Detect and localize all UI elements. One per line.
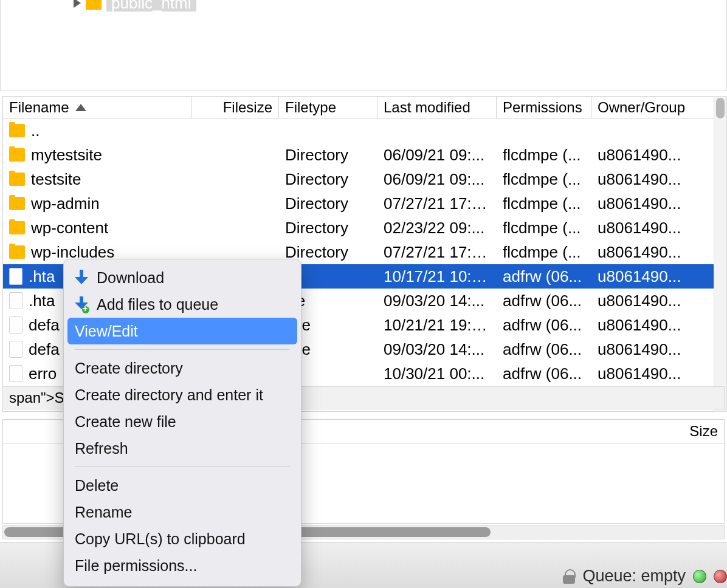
col-filesize-label: Filesize xyxy=(223,99,272,116)
menu-download-label: Download xyxy=(97,269,164,287)
file-row[interactable]: testsiteDirectory06/09/21 09:...flcdmpe … xyxy=(3,167,724,191)
file-permissions: flcdmpe (... xyxy=(497,146,591,165)
file-icon xyxy=(9,292,22,309)
menu-file-permissions-label: File permissions... xyxy=(75,557,197,575)
file-owner: u8061490... xyxy=(591,219,724,238)
file-type: Directory xyxy=(279,146,377,165)
file-icon xyxy=(9,341,22,358)
file-name: wp-admin xyxy=(31,194,100,213)
file-permissions: adfrw (06... xyxy=(497,267,591,286)
file-row[interactable]: wp-adminDirectory07/27/21 17:4...flcdmpe… xyxy=(3,191,724,216)
menu-add-queue[interactable]: Add files to queue xyxy=(64,291,301,318)
menu-create-dir-enter-label: Create directory and enter it xyxy=(75,386,263,404)
file-name: .hta xyxy=(29,292,55,310)
file-type: Directory xyxy=(279,194,377,213)
col-owner[interactable]: Owner/Group xyxy=(591,97,724,118)
folder-icon xyxy=(9,173,25,186)
file-permissions: flcdmpe (... xyxy=(497,243,591,262)
file-row[interactable]: mytestsiteDirectory06/09/21 09:...flcdmp… xyxy=(3,143,724,167)
file-name: defa xyxy=(29,316,60,335)
file-lastmod: 09/03/20 14:... xyxy=(377,340,497,359)
menu-create-dir-enter[interactable]: Create directory and enter it xyxy=(64,381,301,408)
col-filetype[interactable]: Filetype xyxy=(279,97,377,118)
col-filename-label: Filename xyxy=(9,99,69,116)
download-icon xyxy=(75,270,88,285)
file-lastmod: 07/27/21 17:4... xyxy=(377,243,497,262)
file-lastmod: 02/23/22 09:... xyxy=(377,219,497,238)
file-name: defa xyxy=(29,340,60,359)
file-name: mytestsite xyxy=(31,146,102,165)
file-lastmod: 07/27/21 17:4... xyxy=(377,194,497,213)
vertical-scroll-thumb[interactable] xyxy=(716,98,725,118)
context-menu[interactable]: Download Add files to queue View/Edit Cr… xyxy=(63,259,301,587)
file-list-header[interactable]: Filename Filesize Filetype Last modified… xyxy=(3,97,724,118)
menu-rename[interactable]: Rename xyxy=(64,499,301,525)
file-icon xyxy=(9,316,22,333)
file-icon xyxy=(9,268,22,285)
file-lastmod: 06/09/21 09:... xyxy=(377,146,497,165)
disclosure-triangle-icon[interactable] xyxy=(74,0,81,8)
menu-copy-url[interactable]: Copy URL(s) to clipboard xyxy=(64,525,301,552)
file-type: Directory xyxy=(279,170,377,189)
file-row[interactable]: wp-contentDirectory02/23/22 09:...flcdmp… xyxy=(3,216,724,240)
menu-delete-label: Delete xyxy=(75,477,119,494)
menu-refresh[interactable]: Refresh xyxy=(64,435,301,462)
file-permissions: flcdmpe (... xyxy=(497,194,591,213)
col-permissions-label: Permissions xyxy=(503,99,582,116)
file-permissions: flcdmpe (... xyxy=(497,219,591,238)
file-lastmod: 09/03/20 14:... xyxy=(377,292,497,310)
vertical-scrollbar[interactable] xyxy=(714,96,727,412)
col-filename[interactable]: Filename xyxy=(3,97,191,118)
file-row[interactable]: .. xyxy=(3,118,724,143)
tree-folder-label[interactable]: public_html xyxy=(106,0,196,12)
file-owner: u8061490... xyxy=(591,243,724,262)
col-filesize[interactable]: Filesize xyxy=(191,97,279,118)
file-type: Directory xyxy=(279,219,377,238)
file-icon xyxy=(9,365,22,382)
menu-create-file[interactable]: Create new file xyxy=(64,408,301,435)
col-filetype-label: Filetype xyxy=(285,99,336,116)
folder-icon xyxy=(86,0,102,10)
file-name: .hta xyxy=(29,267,55,286)
col-permissions[interactable]: Permissions xyxy=(497,97,591,118)
menu-refresh-label: Refresh xyxy=(75,440,128,457)
folder-icon xyxy=(9,124,25,137)
file-owner: u8061490... xyxy=(591,292,724,310)
menu-add-queue-label: Add files to queue xyxy=(97,296,218,313)
file-owner: u8061490... xyxy=(591,146,724,165)
file-owner: u8061490... xyxy=(591,194,724,213)
col-size-label: Size xyxy=(689,423,718,440)
file-owner: u8061490... xyxy=(591,316,724,335)
queue-status-label: Queue: empty xyxy=(582,567,686,586)
menu-delete[interactable]: Delete xyxy=(64,472,301,499)
file-permissions: flcdmpe (... xyxy=(497,170,591,189)
col-owner-label: Owner/Group xyxy=(598,99,685,116)
menu-view-edit-label: View/Edit xyxy=(75,323,138,340)
file-lastmod: 06/09/21 09:... xyxy=(377,170,497,189)
file-lastmod: 10/30/21 00:... xyxy=(377,364,497,383)
menu-rename-label: Rename xyxy=(75,504,133,521)
lock-icon xyxy=(563,569,575,584)
file-name: wp-content xyxy=(31,219,108,238)
menu-copy-url-label: Copy URL(s) to clipboard xyxy=(75,530,246,548)
file-name: .. xyxy=(31,121,40,140)
file-owner: u8061490... xyxy=(591,340,724,359)
file-owner: u8061490... xyxy=(591,267,724,286)
folder-tree-pane[interactable]: public_html xyxy=(0,0,727,91)
menu-file-permissions[interactable]: File permissions... xyxy=(64,552,301,579)
menu-separator xyxy=(75,467,290,467)
file-permissions: adfrw (06... xyxy=(497,316,591,335)
folder-icon xyxy=(9,197,25,210)
menu-download[interactable]: Download xyxy=(64,264,301,291)
file-owner: u8061490... xyxy=(591,364,724,383)
menu-separator xyxy=(75,349,290,350)
col-lastmod[interactable]: Last modified xyxy=(377,97,497,118)
file-name: erro xyxy=(29,364,57,383)
file-name: testsite xyxy=(31,170,81,189)
menu-create-dir[interactable]: Create directory xyxy=(64,355,301,381)
file-lastmod: 10/21/21 19:5... xyxy=(377,316,497,335)
file-permissions: adfrw (06... xyxy=(497,292,591,310)
tree-row-public-html[interactable]: public_html xyxy=(74,0,196,11)
menu-view-edit[interactable]: View/Edit xyxy=(67,318,297,344)
folder-icon xyxy=(9,148,25,162)
